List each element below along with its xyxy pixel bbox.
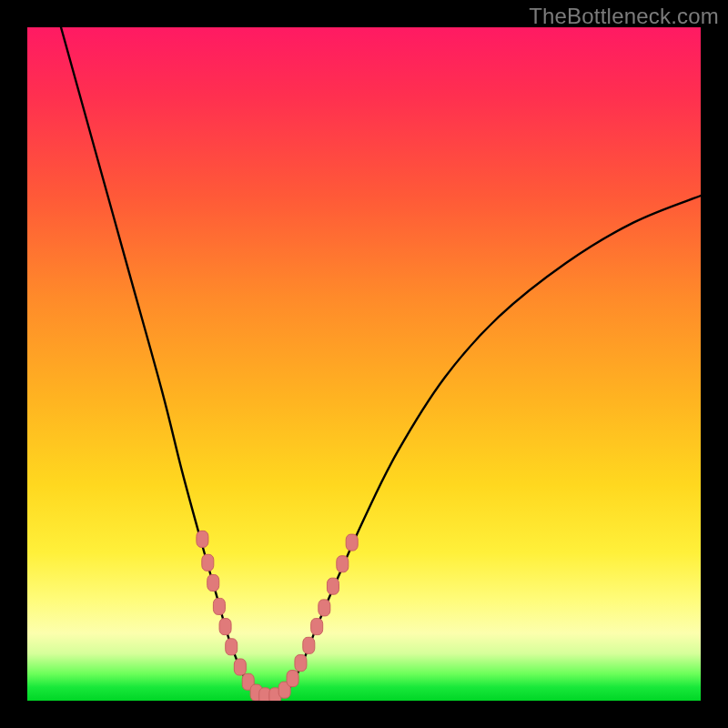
markers-group [197,531,358,701]
watermark-label: TheBottleneck.com [529,4,719,29]
data-marker [295,655,307,672]
data-marker [337,556,349,572]
data-marker [202,554,214,571]
plot-area [27,27,701,701]
data-marker [346,534,358,551]
data-marker [234,659,246,675]
data-marker [327,578,339,594]
data-marker [207,575,219,592]
series-right-curve [277,196,701,696]
data-marker [219,619,231,635]
chart-frame: TheBottleneck.com [0,0,728,728]
data-marker [226,639,238,655]
data-marker [213,598,225,614]
data-marker [318,600,330,616]
data-marker [287,671,298,687]
data-marker [197,531,208,547]
series-group [61,27,701,696]
data-marker [303,637,315,653]
series-left-curve [61,27,263,696]
data-marker [311,619,323,635]
curve-layer [27,27,701,701]
